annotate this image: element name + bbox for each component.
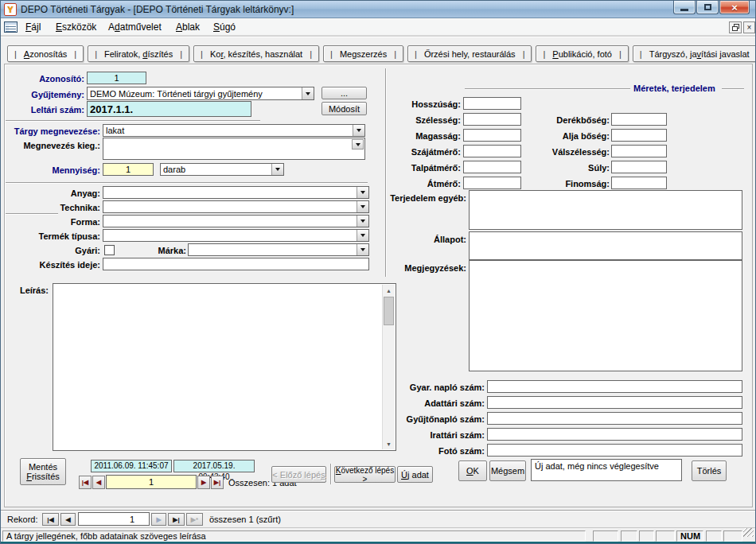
rekord-last-button[interactable]: ▶| [168, 513, 185, 526]
nav-current-record-field[interactable] [106, 475, 197, 489]
resize-grip[interactable] [743, 528, 754, 537]
gyujtonaplo-szam-field[interactable] [487, 412, 742, 425]
mentes-frissites-button[interactable]: Mentés Frissítés [20, 458, 66, 485]
scroll-up-icon[interactable]: ▲ [383, 285, 395, 296]
anyag-combo[interactable] [103, 186, 369, 199]
uj-adat-button[interactable]: Új adat [397, 466, 433, 483]
dropdown-button[interactable] [271, 164, 283, 175]
maximize-icon [704, 4, 711, 10]
keszites-ideje-field[interactable] [103, 258, 369, 270]
marka-combo[interactable] [188, 243, 369, 256]
gyujtonaplo-szam-label: Gyűjtőnapló szám: [375, 414, 485, 424]
window-title: DEPO Történeti Tárgyak - [DEPO Történeti… [21, 4, 294, 15]
technika-combo[interactable] [103, 200, 369, 213]
allapot-label: Állapot: [367, 235, 466, 244]
tab-megszerzes[interactable]: |Megszerzés| [323, 45, 403, 62]
ok-button[interactable]: OK [458, 460, 487, 481]
menu-adatmuvelet[interactable]: Adatművelet [103, 18, 167, 36]
allapot-textarea[interactable] [469, 231, 742, 260]
nav-first-button[interactable]: |◀ [79, 476, 92, 489]
tab-strip: |Azonosítás| |Feliratok, díszítés| |Kor,… [7, 45, 756, 62]
rekord-current-field[interactable] [78, 512, 150, 526]
magassag-field[interactable] [463, 129, 521, 142]
chevron-down-icon [360, 191, 365, 194]
termek-tipusa-combo[interactable] [103, 229, 369, 242]
mennyiseg-unit-combo[interactable]: darab [160, 163, 284, 176]
leiras-textarea[interactable]: ▲ ▼ [53, 283, 396, 451]
foto-szam-field[interactable] [487, 444, 742, 457]
menu-eszkozok[interactable]: Eszközök [50, 18, 102, 36]
kovetkezo-lepes-button[interactable]: Következő lépés > [334, 466, 396, 483]
chevron-down-icon [360, 234, 365, 237]
azonosito-field[interactable] [87, 72, 146, 84]
megnevezes-kieg-field[interactable] [103, 138, 365, 160]
tab-label: Őrzési hely, restaurálás [424, 49, 516, 59]
dropdown-button[interactable] [357, 244, 368, 255]
alja-boseg-field[interactable] [611, 129, 667, 142]
mdi-restore-button[interactable] [729, 21, 742, 33]
torles-button[interactable]: Törlés [692, 460, 727, 481]
elozo-lepes-button[interactable]: < Előző lépés [271, 466, 326, 483]
mdi-close-button[interactable]: × [743, 21, 755, 33]
modosit-button[interactable]: Módosít [321, 102, 367, 115]
tab-publikacio-foto[interactable]: |Publikáció, fotó| [536, 45, 628, 62]
szelesseg-field[interactable] [463, 113, 521, 126]
tab-targyszo-javitasi-javaslat[interactable]: |Tárgyszó, javítási javaslat| [633, 45, 756, 62]
gyar-naplo-szam-field[interactable] [487, 380, 742, 393]
derekboseg-field[interactable] [611, 113, 667, 126]
rekord-next-button[interactable]: ▶ [151, 513, 166, 526]
leltari-szam-field[interactable] [87, 101, 251, 117]
num-lock-indicator: NUM [676, 530, 703, 542]
rekord-first-button[interactable]: |◀ [42, 513, 59, 526]
tab-feliratok-diszites[interactable]: |Feliratok, díszítés| [88, 45, 189, 62]
browse-button[interactable]: ... [321, 87, 367, 99]
mdi-system-menu-icon[interactable] [4, 21, 18, 33]
megjegyzesek-textarea[interactable] [469, 260, 742, 371]
minimize-button[interactable] [673, 1, 696, 14]
tab-azonositas[interactable]: |Azonosítás| [7, 45, 84, 62]
gyujtemeny-combo[interactable]: DEMO Múzeum: Történeti tárgyi gyűjtemény [87, 87, 314, 100]
mennyiseg-label: Mennyiség: [1, 165, 100, 175]
record-status-box: Új adat, még nincs véglegesítve [531, 459, 682, 481]
maximize-button[interactable] [696, 1, 719, 14]
menu-ablak[interactable]: Ablak [170, 18, 205, 36]
dropdown-button[interactable] [357, 201, 368, 212]
irattari-szam-field[interactable] [487, 428, 742, 441]
nav-next-button[interactable]: ▶ [197, 476, 210, 489]
megsem-button[interactable]: Mégsem [489, 460, 526, 481]
tab-orzesi-hely-restauralas[interactable]: |Őrzési hely, restaurálás| [407, 45, 532, 62]
adattari-szam-field[interactable] [487, 396, 742, 409]
menu-sugo[interactable]: Súgó [208, 18, 241, 36]
torles-label: Törlés [697, 466, 722, 476]
terjedelem-egyeb-textarea[interactable] [469, 190, 742, 230]
atmero-field[interactable] [463, 177, 521, 189]
finomsag-field[interactable] [611, 177, 667, 189]
rekord-new-button[interactable]: ▶* [186, 513, 203, 526]
nav-last-button[interactable]: ▶| [211, 476, 224, 489]
tab-label: Azonosítás [24, 49, 67, 59]
scroll-thumb[interactable] [384, 297, 394, 325]
forma-combo[interactable] [103, 215, 369, 227]
app-icon[interactable]: Y [4, 3, 17, 16]
szajatmero-label: Szájátmérő: [369, 147, 461, 157]
dropdown-button[interactable] [357, 216, 368, 227]
mennyiseg-field[interactable] [103, 163, 154, 176]
close-button[interactable]: × [719, 1, 750, 14]
dropdown-button[interactable] [302, 87, 314, 99]
suly-field[interactable] [611, 161, 667, 173]
hosszusag-field[interactable] [463, 97, 521, 110]
szelesseg-label: Szélesség: [369, 115, 461, 125]
talpatmero-field[interactable] [463, 161, 521, 173]
dropdown-button[interactable] [353, 125, 364, 136]
menu-fajl[interactable]: Fájl [20, 18, 46, 36]
dropdown-button[interactable] [352, 139, 364, 150]
tab-kor-keszites-hasznalat[interactable]: |Kor, készítés, használat| [193, 45, 319, 62]
gyari-checkbox[interactable] [104, 245, 115, 255]
szajatmero-field[interactable] [463, 145, 521, 157]
nav-prev-button[interactable]: ◀ [92, 476, 105, 489]
rekord-prev-button[interactable]: ◀ [60, 513, 76, 526]
targy-megnevezese-combo[interactable]: lakat [103, 124, 365, 137]
valszelesseg-field[interactable] [611, 145, 667, 157]
leiras-scrollbar[interactable]: ▲ ▼ [382, 285, 395, 449]
chevron-down-icon [360, 220, 365, 223]
